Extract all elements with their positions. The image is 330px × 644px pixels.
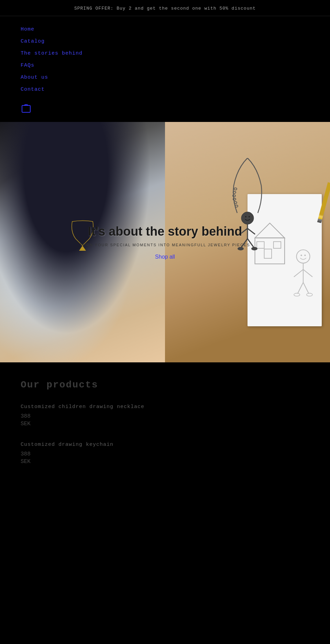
product-1-price-value: 388 — [21, 413, 31, 419]
svg-point-16 — [294, 293, 300, 296]
product-1-name: Customized children drawing necklace — [21, 404, 309, 410]
svg-point-24 — [241, 212, 254, 224]
hero-section: It's about the story behind TURN YOUR SP… — [0, 122, 330, 362]
announcement-bar: SPRING OFFER: Buy 2 and get the second o… — [0, 0, 330, 16]
products-section-title: Our products — [21, 380, 309, 390]
svg-line-12 — [294, 270, 303, 277]
svg-line-31 — [248, 239, 254, 247]
svg-rect-0 — [22, 105, 30, 112]
stick-figure-necklace — [230, 158, 265, 261]
shop-all-button[interactable]: Shop all — [155, 254, 175, 260]
svg-point-17 — [307, 293, 312, 296]
hero-image-right — [165, 122, 330, 362]
product-2-price-value: 388 — [21, 451, 31, 457]
products-section: Our products Customized children drawing… — [0, 362, 330, 493]
product-item-2[interactable]: Customized drawing keychain 388 SEK — [21, 442, 309, 466]
svg-line-13 — [303, 270, 312, 277]
svg-point-32 — [238, 247, 244, 250]
svg-marker-1 — [79, 246, 86, 251]
nav-catalog[interactable]: Catalog — [21, 38, 309, 44]
cart-icon[interactable] — [21, 103, 32, 114]
svg-point-26 — [249, 216, 250, 217]
svg-point-8 — [297, 250, 310, 263]
svg-point-9 — [300, 255, 302, 256]
hero-necklace-left — [69, 218, 96, 252]
svg-point-25 — [245, 216, 246, 217]
svg-line-15 — [303, 282, 309, 293]
product-1-currency: SEK — [21, 421, 31, 427]
svg-line-30 — [241, 239, 248, 247]
svg-point-33 — [251, 247, 257, 250]
nav-menu: Home Catalog The stories behind FAQs Abo… — [21, 26, 309, 92]
nav-home[interactable]: Home — [21, 26, 309, 32]
hero-image-left — [0, 122, 165, 362]
svg-rect-5 — [264, 249, 272, 258]
svg-line-14 — [298, 282, 303, 293]
svg-point-10 — [304, 255, 306, 256]
product-2-price: 388 SEK — [21, 450, 309, 466]
svg-point-23 — [235, 205, 238, 207]
header: Home Catalog The stories behind FAQs Abo… — [0, 16, 330, 122]
product-item-1[interactable]: Customized children drawing necklace 388… — [21, 404, 309, 428]
svg-line-29 — [248, 228, 255, 234]
svg-line-28 — [240, 228, 248, 234]
svg-point-18 — [234, 188, 237, 190]
product-1-price: 388 SEK — [21, 413, 309, 428]
nav-contact[interactable]: Contact — [21, 87, 309, 92]
cart-icon-wrapper[interactable] — [21, 103, 309, 115]
announcement-text: SPRING OFFER: Buy 2 and get the second o… — [74, 6, 256, 11]
product-2-currency: SEK — [21, 459, 31, 465]
product-2-name: Customized drawing keychain — [21, 442, 309, 448]
nav-stories[interactable]: The stories behind — [21, 50, 309, 56]
nav-about[interactable]: About us — [21, 75, 309, 80]
nav-faqs[interactable]: FAQs — [21, 63, 309, 68]
hero-images — [0, 122, 330, 362]
svg-rect-7 — [274, 242, 281, 248]
